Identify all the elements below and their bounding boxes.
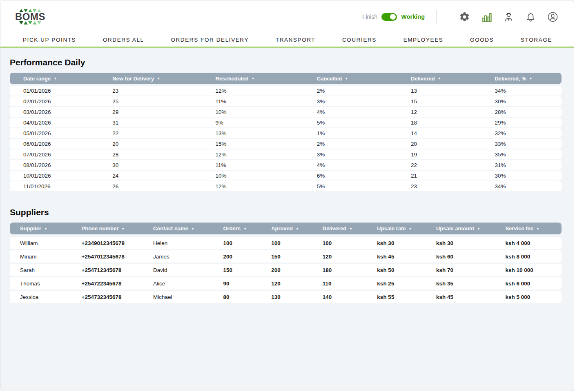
- table-cell-phone-number: +2547012345678: [82, 254, 153, 260]
- sort-arrow-icon[interactable]: ▼: [536, 227, 539, 231]
- column-header-cancelled[interactable]: Cancelled▼: [317, 76, 411, 82]
- column-header-date-range[interactable]: Date range▼: [23, 76, 112, 82]
- table-row: Miriam+2547012345678James200150120ksh 45…: [10, 250, 562, 263]
- column-header-delivered[interactable]: Delivered, %▼: [495, 76, 562, 82]
- table-row: 03/01/20262910%4%1228%: [10, 107, 562, 117]
- column-label: Date range: [23, 76, 51, 82]
- sort-arrow-icon[interactable]: ▼: [243, 227, 247, 231]
- column-header-service-fee[interactable]: Service fee▼: [505, 225, 562, 232]
- nav-item-pick-up-points[interactable]: PICK UP POINTS: [23, 37, 76, 43]
- table-cell-new-for-delivery: 24: [112, 173, 215, 179]
- performance-daily-title: Performance Daily: [10, 58, 562, 67]
- sort-arrow-icon[interactable]: ▼: [157, 77, 160, 80]
- column-header-delivered[interactable]: Delivered▼: [411, 76, 495, 82]
- table-cell-contact-name: David: [153, 267, 223, 273]
- column-label: Delivered: [323, 225, 347, 232]
- sort-arrow-icon[interactable]: ▼: [345, 77, 348, 80]
- table-cell-upsale-rate: ksh 45: [377, 254, 436, 260]
- column-header-upsale-rate[interactable]: Upsale rate▼: [377, 225, 436, 232]
- column-header-phone-number[interactable]: Phone number▼: [82, 225, 153, 232]
- table-cell-supplier: Miriam: [20, 254, 82, 260]
- table-cell-delivered: 14: [411, 130, 495, 136]
- table-row: 08/01/20263011%4%2231%: [10, 160, 562, 170]
- sort-arrow-icon[interactable]: ▼: [477, 227, 480, 231]
- table-cell-rescheduled: 15%: [216, 141, 317, 147]
- column-header-delivered[interactable]: Delivered▼: [323, 225, 377, 232]
- sort-arrow-icon[interactable]: ▼: [53, 77, 57, 80]
- table-cell-upsale-amount: ksh 70: [436, 267, 505, 273]
- header-divider: [436, 10, 437, 24]
- table-cell-rescheduled: 11%: [216, 162, 317, 168]
- notifications-icon[interactable]: [525, 11, 536, 22]
- nav-item-couriers[interactable]: COURIERS: [342, 37, 377, 43]
- column-label: Upsale amount: [436, 225, 474, 232]
- logo-triangles-bottom: [19, 21, 41, 24]
- stats-icon[interactable]: [481, 11, 492, 22]
- table-cell-cancelled: 5%: [317, 183, 411, 189]
- table-cell-phone-number: +254722345678: [82, 281, 153, 287]
- content-area: Performance Daily Date range▼New for Del…: [0, 48, 574, 391]
- toggle-left-label: Finish: [362, 13, 377, 20]
- sort-arrow-icon[interactable]: ▼: [349, 227, 352, 231]
- column-label: Cancelled: [317, 76, 342, 82]
- sort-arrow-icon[interactable]: ▼: [408, 227, 412, 231]
- sort-arrow-icon[interactable]: ▼: [251, 77, 254, 80]
- settings-icon[interactable]: [459, 11, 470, 22]
- table-cell-contact-name: Alice: [153, 281, 223, 287]
- table-cell-orders: 100: [223, 240, 271, 246]
- table-cell-phone-number: +2349012345678: [82, 240, 153, 246]
- column-label: Upsale rate: [377, 225, 406, 232]
- table-cell-orders: 90: [223, 281, 271, 287]
- table-row: Sarah+254712345678David150200180ksh 50ks…: [10, 264, 562, 276]
- column-header-supplier[interactable]: Supplier▼: [20, 225, 82, 232]
- table-cell-date-range: 03/01/2026: [23, 109, 112, 115]
- column-label: Delivered: [411, 76, 435, 82]
- nav-item-goods[interactable]: GOODS: [470, 37, 494, 43]
- table-cell-cancelled: 3%: [317, 151, 411, 158]
- sort-arrow-icon[interactable]: ▼: [191, 227, 194, 231]
- boms-logo[interactable]: BOMS: [15, 9, 45, 24]
- logo-triangle: [28, 21, 32, 24]
- logo-triangle: [19, 21, 23, 24]
- table-cell-upsale-rate: ksh 30: [377, 240, 436, 246]
- table-cell-delivered: 30%: [495, 173, 562, 179]
- table-cell-cancelled: 6%: [317, 173, 411, 179]
- profile-icon[interactable]: [547, 11, 558, 22]
- column-header-upsale-amount[interactable]: Upsale amount▼: [436, 225, 505, 232]
- column-header-aproved[interactable]: Aproved▼: [271, 225, 323, 232]
- table-cell-delivered: 32%: [495, 130, 562, 136]
- table-cell-phone-number: +254732345678: [82, 294, 153, 300]
- sort-arrow-icon[interactable]: ▼: [438, 77, 441, 80]
- table-cell-date-range: 11/01/2026: [23, 183, 112, 189]
- table-row: 06/01/20262015%2%2033%: [10, 139, 562, 149]
- nav-item-storage[interactable]: STORAGE: [521, 37, 552, 43]
- table-cell-phone-number: +254712345678: [82, 267, 153, 273]
- table-cell-delivered: 140: [323, 294, 377, 300]
- support-agent-icon[interactable]: [503, 11, 514, 22]
- table-row: 10/01/20262410%6%2130%: [10, 171, 562, 180]
- sort-arrow-icon[interactable]: ▼: [122, 227, 125, 231]
- sort-arrow-icon[interactable]: ▼: [44, 227, 47, 231]
- table-cell-orders: 150: [223, 267, 271, 273]
- nav-item-orders-all[interactable]: ORDERS ALL: [103, 37, 144, 43]
- table-cell-service-fee: ksh 10 000: [505, 267, 562, 273]
- table-cell-delivered: 100: [323, 240, 377, 246]
- sort-arrow-icon[interactable]: ▼: [296, 227, 299, 231]
- table-cell-supplier: Sarah: [20, 267, 82, 273]
- column-header-new-for-delivery[interactable]: New for Delivery▼: [112, 76, 215, 82]
- sort-arrow-icon[interactable]: ▼: [529, 77, 533, 80]
- table-cell-supplier: Thomas: [20, 281, 82, 287]
- column-header-orders[interactable]: Orders▼: [223, 225, 271, 232]
- nav-item-transport[interactable]: TRANSPORT: [276, 37, 315, 43]
- table-cell-upsale-rate: ksh 25: [377, 281, 436, 287]
- nav-item-employees[interactable]: EMPLOYEES: [403, 37, 444, 43]
- table-cell-delivered: 28%: [495, 109, 562, 115]
- table-cell-date-range: 07/01/2026: [23, 151, 112, 158]
- nav-item-orders-for-delivery[interactable]: ORDERS FOR DELIVERY: [171, 37, 249, 43]
- column-header-contact-name[interactable]: Contact name▼: [153, 225, 223, 232]
- table-cell-service-fee: ksh 8 000: [505, 254, 562, 260]
- working-toggle[interactable]: [381, 13, 397, 21]
- column-header-rescheduled[interactable]: Rescheduled▼: [216, 76, 317, 82]
- table-cell-delivered: 29%: [495, 120, 562, 126]
- performance-table-body: 01/01/20262312%2%1334%02/01/20262511%3%1…: [10, 86, 562, 191]
